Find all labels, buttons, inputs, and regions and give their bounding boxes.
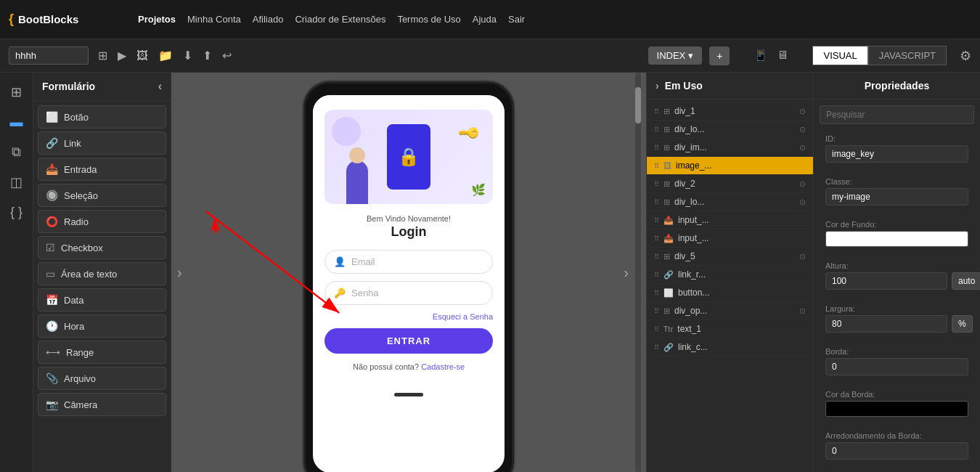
tree-settings-icon[interactable]: ⊙: [799, 198, 806, 207]
prop-border-section: Borda:: [818, 343, 976, 386]
desktop-icon[interactable]: 🖥: [775, 46, 791, 65]
phone-screen: 🔒 🔑 🌿 Bem Vindo Novamente! Login 👤 Email…: [313, 95, 505, 472]
mobile-icon[interactable]: 📱: [751, 46, 770, 65]
tree-item-input2[interactable]: ⠿ 📥 input_...: [647, 229, 813, 248]
search-input[interactable]: [9, 46, 89, 65]
tree-item-divop[interactable]: ⠿ ⊞ div_op... ⊙: [647, 302, 813, 320]
tree-label: div_5: [674, 251, 795, 261]
tree-settings-icon[interactable]: ⊙: [799, 107, 806, 116]
radio-icon: ⭕: [46, 216, 58, 227]
prop-width-unit-btn[interactable]: %: [952, 315, 973, 333]
tab-javascript[interactable]: JAVASCRIPT: [868, 46, 947, 65]
tree-settings-icon[interactable]: ⊙: [799, 306, 806, 316]
login-button[interactable]: ENTRAR: [324, 328, 493, 354]
prop-id-input[interactable]: [825, 145, 968, 163]
sidebar-icon-active[interactable]: ▬: [4, 109, 29, 136]
em-uso-panel: › Em Uso ⠿ ⊞ div_1 ⊙ ⠿ ⊞ div_lo... ⊙ ⠿ ⊞…: [646, 73, 813, 472]
canvas-area[interactable]: › ›: [171, 73, 646, 472]
comp-hora[interactable]: 🕐 Hora: [38, 314, 166, 338]
prop-class-input[interactable]: [825, 188, 968, 206]
nav-termos[interactable]: Termos de Uso: [397, 14, 460, 25]
prop-width-section: Largura: %: [818, 300, 976, 343]
sidebar-icon-layers[interactable]: ◫: [4, 168, 28, 196]
register-link[interactable]: Cadastre-se: [421, 362, 465, 371]
nav-sair[interactable]: Sair: [508, 14, 525, 25]
download-icon[interactable]: ⬇: [181, 46, 195, 65]
comp-botao[interactable]: ⬜ Botão: [38, 105, 166, 129]
tree-item-linkc[interactable]: ⠿ 🔗 link_c...: [647, 338, 813, 357]
undo-icon[interactable]: ↩: [220, 46, 234, 65]
em-uso-expand[interactable]: ›: [656, 80, 659, 91]
play-icon[interactable]: ▶: [115, 46, 128, 65]
tree-item-image[interactable]: ⠿ 🖼 image_...: [647, 157, 813, 175]
leaves-icon: 🌿: [471, 183, 486, 197]
left-sidebar-icons: ⊞ ▬ ⧉ ◫ { }: [0, 73, 33, 472]
panel-header: Formulário ‹: [33, 73, 171, 101]
folder-icon[interactable]: 📁: [156, 46, 175, 65]
comp-entrada[interactable]: 📥 Entrada: [38, 158, 166, 181]
prop-height-auto-btn[interactable]: auto: [952, 272, 980, 290]
image-icon[interactable]: 🖼: [134, 47, 150, 65]
tree-item-text1[interactable]: ⠿ Ttr text_1: [647, 320, 813, 338]
phone-mockup: 🔒 🔑 🌿 Bem Vindo Novamente! Login 👤 Email…: [303, 81, 514, 472]
phone-email-input[interactable]: 👤 Email: [324, 250, 493, 274]
comp-data[interactable]: 📅 Data: [38, 288, 166, 312]
properties-search[interactable]: [820, 105, 974, 124]
canvas-scrollbar[interactable]: [634, 73, 642, 472]
sidebar-icon-copy[interactable]: ⧉: [6, 139, 27, 166]
tree-settings-icon[interactable]: ⊙: [799, 143, 806, 152]
comp-arquivo[interactable]: 📎 Arquivo: [38, 367, 166, 390]
em-uso-header: › Em Uso: [647, 73, 813, 99]
comp-link[interactable]: 🔗 Link: [38, 131, 166, 155]
comp-selecao[interactable]: 🔘 Seleção: [38, 184, 166, 207]
prop-width-input[interactable]: [825, 315, 947, 333]
tree-settings-icon[interactable]: ⊙: [799, 179, 806, 189]
prop-height-input[interactable]: [825, 272, 947, 290]
canvas-expand-left[interactable]: ›: [177, 264, 182, 281]
drag-handle: ⠿: [654, 307, 659, 315]
settings-icon[interactable]: ⚙: [960, 48, 971, 64]
comp-range[interactable]: ⟷ Range: [38, 341, 166, 364]
prop-border-radius-input[interactable]: [825, 442, 968, 460]
nav-criador[interactable]: Criador de Extensões: [295, 14, 385, 25]
tree-item-divlo1[interactable]: ⠿ ⊞ div_lo... ⊙: [647, 121, 813, 139]
nav-ajuda[interactable]: Ajuda: [473, 14, 497, 25]
tree-item-divlo2[interactable]: ⠿ ⊞ div_lo... ⊙: [647, 193, 813, 211]
index-button[interactable]: INDEX ▾: [648, 46, 703, 65]
upload-icon[interactable]: ⬆: [200, 46, 214, 65]
prop-bgcolor-swatch[interactable]: [825, 231, 968, 247]
comp-link-label: Link: [64, 138, 81, 149]
comp-textarea[interactable]: ▭ Área de texto: [38, 262, 166, 285]
nav-minha-conta[interactable]: Minha Conta: [187, 14, 241, 25]
prop-width-row: %: [825, 315, 968, 333]
panel-collapse-icon[interactable]: ‹: [158, 80, 162, 93]
comp-camera[interactable]: 📷 Câmera: [38, 393, 166, 416]
prop-border-color-label: Cor da Borda:: [825, 390, 968, 399]
prop-border-input[interactable]: [825, 358, 968, 375]
tree-item-div1[interactable]: ⠿ ⊞ div_1 ⊙: [647, 102, 813, 121]
tree-item-input1[interactable]: ⠿ 📥 input_...: [647, 211, 813, 229]
comp-radio[interactable]: ⭕ Radio: [38, 210, 166, 233]
canvas-expand-right[interactable]: ›: [624, 264, 629, 281]
panel-title: Formulário: [42, 81, 95, 92]
tree-item-div2[interactable]: ⠿ ⊞ div_2 ⊙: [647, 175, 813, 193]
tree-item-div5[interactable]: ⠿ ⊞ div_5 ⊙: [647, 248, 813, 266]
nav-afiliado[interactable]: Afiliado: [253, 14, 284, 25]
prop-border-color-swatch[interactable]: [825, 401, 968, 417]
prop-class-label: Classe:: [825, 177, 968, 186]
grid-icon[interactable]: ⊞: [96, 46, 110, 65]
add-page-button[interactable]: +: [709, 46, 730, 65]
tree-item-linkr[interactable]: ⠿ 🔗 link_r...: [647, 266, 813, 284]
tree-settings-icon[interactable]: ⊙: [799, 125, 806, 134]
nav-projetos[interactable]: Projetos: [138, 14, 176, 25]
comp-checkbox[interactable]: ☑ Checkbox: [38, 236, 166, 259]
forgot-password-link[interactable]: Esqueci a Senha: [433, 312, 493, 321]
phone-password-input[interactable]: 🔑 Senha: [324, 281, 493, 305]
tab-visual[interactable]: VISUAL: [812, 46, 867, 65]
tree-settings-icon[interactable]: ⊙: [799, 252, 806, 261]
sidebar-icon-code[interactable]: { }: [4, 199, 28, 226]
tree-item-divim[interactable]: ⠿ ⊞ div_im... ⊙: [647, 139, 813, 157]
tree-item-button[interactable]: ⠿ ⬜ button...: [647, 284, 813, 302]
sidebar-icon-grid[interactable]: ⊞: [5, 78, 28, 106]
prop-bgcolor-row: [825, 231, 968, 247]
